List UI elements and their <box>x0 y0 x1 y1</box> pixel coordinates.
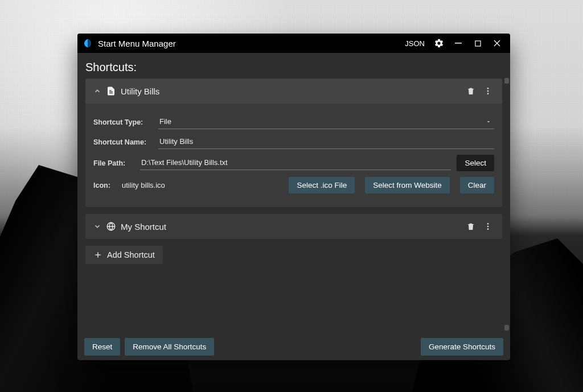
svg-point-4 <box>487 93 489 94</box>
svg-point-6 <box>487 223 489 225</box>
settings-button[interactable] <box>429 34 449 53</box>
icon-row: Icon: utility bills.ico Select .ico File… <box>93 177 494 193</box>
maximize-icon <box>475 40 481 47</box>
field-label: Shortcut Type: <box>93 118 153 126</box>
shortcut-header[interactable]: Utility Bills <box>85 79 502 104</box>
remove-all-button[interactable]: Remove All Shortcuts <box>125 338 214 356</box>
trash-icon <box>466 86 475 96</box>
svg-point-3 <box>487 90 489 92</box>
window-body: Shortcuts: Utility Bills <box>77 53 510 360</box>
shortcut-menu-button[interactable] <box>479 218 496 235</box>
app-window: Start Menu Manager JSON Shortcuts: <box>77 34 510 360</box>
shortcuts-list: Utility Bills Shortcut Type: <box>77 79 510 333</box>
svg-point-2 <box>487 88 489 89</box>
select-from-website-button[interactable]: Select from Website <box>365 177 450 193</box>
svg-point-8 <box>487 228 489 230</box>
reset-button[interactable]: Reset <box>84 338 120 356</box>
file-icon <box>104 86 118 96</box>
shortcut-name: Utility Bills <box>121 86 159 96</box>
kebab-icon <box>483 222 492 231</box>
chevron-down-icon <box>91 222 104 230</box>
icon-filename: utility bills.ico <box>122 181 165 189</box>
shortcut-body: Shortcut Type: Shortcut Name: F <box>85 104 502 207</box>
shortcut-name-row: Shortcut Name: <box>93 135 494 149</box>
select-file-button[interactable]: Select <box>457 155 494 171</box>
field-label: Shortcut Name: <box>93 138 153 146</box>
gear-icon <box>434 38 444 48</box>
trash-icon <box>466 222 475 231</box>
section-title: Shortcuts: <box>77 53 510 79</box>
app-icon <box>82 38 93 49</box>
json-button[interactable]: JSON <box>400 34 429 53</box>
globe-icon <box>104 221 118 232</box>
shortcut-name: My Shortcut <box>121 222 166 232</box>
minimize-icon <box>455 40 462 47</box>
shortcut-panel: My Shortcut <box>85 214 502 239</box>
shortcut-menu-button[interactable] <box>479 82 496 100</box>
shortcut-panel: Utility Bills Shortcut Type: <box>85 79 502 207</box>
clear-icon-button[interactable]: Clear <box>460 177 494 193</box>
chevron-up-icon <box>91 87 104 95</box>
add-shortcut-label: Add Shortcut <box>107 250 155 259</box>
minimize-button[interactable] <box>449 34 468 53</box>
delete-shortcut-button[interactable] <box>462 82 479 100</box>
file-path-row: File Path: Select <box>93 155 494 171</box>
svg-rect-1 <box>475 40 480 46</box>
titlebar: Start Menu Manager JSON <box>77 34 510 53</box>
field-label: Icon: <box>93 181 116 189</box>
close-button[interactable] <box>487 34 507 53</box>
close-icon <box>494 40 500 47</box>
plus-icon <box>93 250 102 259</box>
maximize-button[interactable] <box>468 34 487 53</box>
delete-shortcut-button[interactable] <box>462 218 479 235</box>
shortcut-type-row: Shortcut Type: <box>93 115 494 129</box>
file-path-input[interactable] <box>140 156 451 170</box>
svg-point-7 <box>487 226 489 228</box>
kebab-icon <box>483 86 492 96</box>
select-ico-button[interactable]: Select .ico File <box>289 177 355 193</box>
generate-shortcuts-button[interactable]: Generate Shortcuts <box>421 338 503 356</box>
shortcut-type-select[interactable] <box>158 115 494 129</box>
shortcut-header[interactable]: My Shortcut <box>85 214 502 239</box>
window-title: Start Menu Manager <box>98 39 176 48</box>
footer: Reset Remove All Shortcuts Generate Shor… <box>77 333 510 360</box>
svg-rect-0 <box>455 43 462 44</box>
add-shortcut-button[interactable]: Add Shortcut <box>85 246 163 264</box>
field-label: File Path: <box>93 159 134 167</box>
shortcut-name-input[interactable] <box>158 135 494 149</box>
